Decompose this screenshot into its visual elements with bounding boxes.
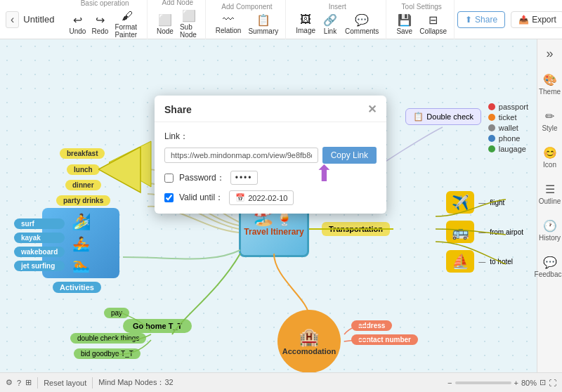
- passport-item-ticket[interactable]: ticket: [488, 113, 528, 122]
- share-icon: ⬆: [465, 15, 472, 25]
- subnode-button[interactable]: ⬜Sub Node: [177, 8, 201, 40]
- zoom-in-button[interactable]: +: [514, 379, 518, 387]
- link-input[interactable]: [164, 148, 318, 163]
- bottom-bar: ⚙ ? ⊞ Reset layout Mind Map Nodes：32 − +…: [0, 372, 562, 392]
- sidebar-theme-button[interactable]: 🎨 Theme: [540, 67, 561, 102]
- section-title-basic: Basic operation: [81, 0, 129, 7]
- link-button[interactable]: 🔗Link: [320, 12, 341, 37]
- valid-checkbox[interactable]: [164, 193, 174, 202]
- dot-icon: [488, 135, 495, 142]
- passport-item-passport[interactable]: passport: [488, 103, 528, 111]
- gohome-sub-doublecheckthings[interactable]: double check things: [70, 333, 146, 344]
- share-modal: Share ✕ Link： Copy Link Password： •••• V…: [155, 96, 386, 214]
- collapse-button[interactable]: ⊟Collapse: [417, 12, 450, 37]
- activity-jetsurfing[interactable]: jet surfing: [14, 261, 65, 271]
- dot-icon: [488, 124, 495, 131]
- export-icon: 📤: [518, 15, 529, 25]
- zoom-out-button[interactable]: −: [447, 379, 452, 387]
- gohome-sub-pay[interactable]: pay: [104, 308, 129, 318]
- valid-label: Valid until：: [179, 192, 223, 204]
- separator2: [92, 377, 93, 388]
- sidebar-collapse-arrow[interactable]: »: [543, 42, 556, 65]
- go-home-node[interactable]: Go home T_T: [123, 319, 192, 333]
- passport-item-wallet[interactable]: wallet: [488, 124, 528, 132]
- section-add-component: Add Component 〰Relation 📋Summary: [209, 0, 287, 39]
- app-logo-area: ‹ Untitled: [6, 11, 54, 28]
- app-title: Untitled: [23, 14, 54, 25]
- passport-item-phone[interactable]: phone: [488, 134, 528, 143]
- nodes-count-label: Mind Map Nodes：32: [98, 377, 173, 388]
- password-label: Password：: [179, 172, 225, 184]
- sidebar-history-button[interactable]: 🕐 History: [540, 213, 561, 248]
- style-icon: ✏: [545, 110, 554, 123]
- sidebar-outline-button[interactable]: ☰ Outline: [540, 176, 561, 211]
- export-button[interactable]: 📤 Export: [511, 11, 562, 28]
- arrow-pointer: ⬆: [315, 162, 334, 185]
- activity-surf[interactable]: surf: [14, 218, 65, 229]
- dot-icon: [488, 145, 495, 152]
- dot-icon: [488, 114, 495, 121]
- sidebar-style-button[interactable]: ✏ Style: [540, 103, 561, 138]
- modal-title: Share: [164, 104, 192, 115]
- valid-date-field[interactable]: 📅 2022-02-10: [229, 190, 294, 205]
- outline-icon: ☰: [545, 183, 555, 196]
- back-button[interactable]: ‹: [6, 11, 19, 28]
- link-row: Copy Link: [164, 147, 377, 164]
- bottom-icons: ⚙ ? ⊞: [6, 378, 32, 387]
- sidebar-icon-button[interactable]: 😊 Icon: [540, 140, 561, 175]
- passport-item-laugage[interactable]: laugage: [488, 145, 528, 153]
- section-tool-settings: Tool Settings 💾Save ⊟Collapse: [389, 0, 455, 39]
- zoom-controls: − + 80% ⊡ ⛶: [447, 378, 556, 387]
- save-button[interactable]: 💾Save: [393, 12, 415, 37]
- redo-button[interactable]: ↪Redo: [89, 12, 110, 37]
- sidebar-feedback-button[interactable]: 💬 Feedback: [540, 249, 561, 285]
- password-dots[interactable]: ••••: [230, 171, 258, 185]
- format-painter-button[interactable]: 🖌Format Painter: [112, 8, 143, 40]
- password-checkbox[interactable]: [164, 174, 174, 183]
- reset-layout-button[interactable]: Reset layout: [44, 379, 86, 387]
- undo-button[interactable]: ↩Undo: [67, 12, 88, 37]
- right-sidebar: » 🎨 Theme ✏ Style 😊 Icon ☰ Outline 🕐 His…: [537, 39, 562, 392]
- zoom-slider[interactable]: [455, 381, 511, 384]
- zoom-value: 80%: [521, 379, 537, 387]
- modal-options: Password： •••• Valid until： 📅 2022-02-10: [164, 171, 377, 205]
- section-title-tools: Tool Settings: [402, 3, 442, 11]
- fit-screen-button[interactable]: ⊡: [540, 378, 546, 387]
- relation-button[interactable]: 〰Relation: [213, 12, 244, 36]
- mind-map-canvas: breakfast lunch dinner party drinks 🏄 🚣 …: [0, 39, 562, 392]
- summary-button[interactable]: 📋Summary: [245, 12, 281, 37]
- section-basic-operation: Basic operation ↩Undo ↪Redo 🖌Format Pain…: [63, 0, 148, 39]
- accom-address-label[interactable]: address: [351, 320, 392, 331]
- modal-close-button[interactable]: ✕: [367, 103, 377, 116]
- share-button[interactable]: ⬆ Share: [457, 11, 505, 28]
- fullscreen-button[interactable]: ⛶: [549, 379, 556, 387]
- activity-wakeboard[interactable]: wakeboard: [14, 247, 65, 257]
- transport-airport[interactable]: 🚌 — from airpot: [446, 221, 523, 243]
- node-button[interactable]: ⬜Node: [155, 12, 176, 37]
- link-label: Link：: [164, 131, 377, 143]
- activities-label[interactable]: Activities: [53, 282, 101, 293]
- transport-hotel[interactable]: ⛵ — to hotel: [446, 250, 523, 273]
- accommodation-node[interactable]: 🏨 Accomodation: [277, 310, 341, 373]
- activity-kayak[interactable]: kayak: [14, 233, 65, 243]
- comments-button[interactable]: 💬Comments: [342, 12, 381, 37]
- settings-icon[interactable]: ⚙: [6, 378, 13, 387]
- food-node-dinner[interactable]: dinner: [65, 180, 101, 190]
- gohome-sub-bidgoodbye[interactable]: bid goodbye T_T: [74, 348, 140, 359]
- food-arrow-shape: [98, 147, 155, 205]
- modal-header: Share ✕: [155, 96, 386, 122]
- grid-icon[interactable]: ⊞: [25, 378, 32, 387]
- transport-icons-list: ✈️ — flight 🚌 — from airpot ⛵ — to hotel: [446, 191, 523, 273]
- help-icon[interactable]: ?: [17, 379, 21, 387]
- image-button[interactable]: 🖼Image: [293, 12, 318, 36]
- food-node-lunch[interactable]: lunch: [67, 164, 100, 175]
- dot-icon: [488, 103, 495, 110]
- valid-until-row: Valid until： 📅 2022-02-10: [164, 190, 377, 205]
- accom-contact-label[interactable]: contact number: [351, 334, 418, 345]
- transportation-label[interactable]: Transportation: [322, 222, 390, 236]
- theme-icon: 🎨: [543, 73, 557, 86]
- double-check-node[interactable]: 📋 Double check: [405, 108, 481, 125]
- transport-flight[interactable]: ✈️ — flight: [446, 191, 523, 214]
- section-insert: Insert 🖼Image 🔗Link 💬Comments: [289, 0, 386, 39]
- password-row: Password： ••••: [164, 171, 377, 185]
